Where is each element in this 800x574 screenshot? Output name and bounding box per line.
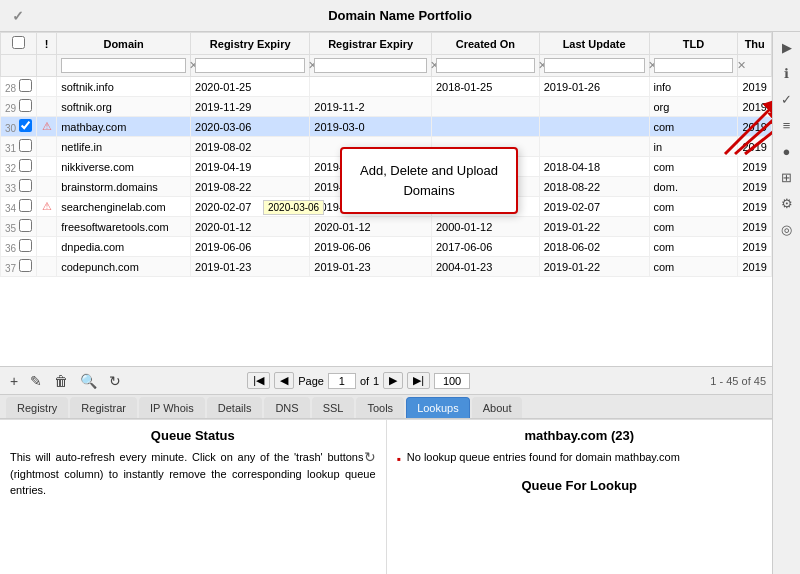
sidebar-icon-4[interactable]: ●: [776, 140, 798, 162]
sidebar-icon-1[interactable]: ℹ: [776, 62, 798, 84]
sidebar-icon-6[interactable]: ⚙: [776, 192, 798, 214]
row-created: 2017-06-06: [431, 237, 539, 257]
col-thu[interactable]: Thu: [738, 33, 772, 55]
table-row[interactable]: 29 softnik.org 2019-11-29 2019-11-2 org …: [1, 97, 772, 117]
tab-about[interactable]: About: [472, 397, 523, 418]
row-domain: searchenginelab.com: [57, 197, 191, 217]
table-area: ! Domain Registry Expiry Registrar Expir…: [0, 32, 772, 366]
row-domain: freesoftwaretools.com: [57, 217, 191, 237]
row-number: 29: [5, 103, 16, 114]
select-all-checkbox[interactable]: [12, 36, 25, 49]
row-cb: 30: [1, 117, 37, 137]
row-updated: 2019-02-07: [539, 197, 649, 217]
tab-tools[interactable]: Tools: [356, 397, 404, 418]
row-checkbox[interactable]: [19, 119, 32, 132]
page-title: Domain Name Portfolio: [328, 8, 472, 23]
row-checkbox[interactable]: [19, 159, 32, 172]
row-domain: mathbay.com: [57, 117, 191, 137]
row-warn: [37, 157, 57, 177]
tab-details[interactable]: Details: [207, 397, 263, 418]
table-row[interactable]: 35 freesoftwaretools.com 2020-01-12 2020…: [1, 217, 772, 237]
col-registrar-expiry[interactable]: Registrar Expiry: [310, 33, 432, 55]
row-count: 1 - 45 of 45: [710, 375, 766, 387]
table-row[interactable]: 37 codepunch.com 2019-01-23 2019-01-23 2…: [1, 257, 772, 277]
next-page-button[interactable]: ▶: [383, 372, 403, 389]
filter-created-input[interactable]: [436, 58, 535, 73]
table-row[interactable]: 30 ⚠ mathbay.com 2020-03-06 2019-03-0 co…: [1, 117, 772, 137]
add-button[interactable]: +: [6, 371, 22, 391]
col-registry-expiry[interactable]: Registry Expiry: [191, 33, 310, 55]
row-warn: [37, 177, 57, 197]
row-thu: 2019: [738, 157, 772, 177]
tab-dns[interactable]: DNS: [264, 397, 309, 418]
row-warn: [37, 217, 57, 237]
col-created-on[interactable]: Created On: [431, 33, 539, 55]
row-checkbox[interactable]: [19, 99, 32, 112]
pagination: |◀ ◀ Page of 1 ▶ ▶|: [247, 372, 470, 389]
last-page-button[interactable]: ▶|: [407, 372, 430, 389]
row-warn: [37, 137, 57, 157]
sidebar-icon-2[interactable]: ✓: [776, 88, 798, 110]
filter-domain: ✕: [57, 55, 191, 77]
page-input[interactable]: [328, 373, 356, 389]
edit-button[interactable]: ✎: [26, 371, 46, 391]
panel-left: Queue Status ↻ This will auto-refresh ev…: [0, 420, 387, 574]
row-checkbox[interactable]: [19, 139, 32, 152]
refresh-button[interactable]: ↻: [105, 371, 125, 391]
delete-button[interactable]: 🗑: [50, 371, 72, 391]
tab-ssl[interactable]: SSL: [312, 397, 355, 418]
row-created: [431, 117, 539, 137]
row-checkbox[interactable]: [19, 79, 32, 92]
row-warn: [37, 237, 57, 257]
of-label: of: [360, 375, 369, 387]
filter-tld-input[interactable]: [654, 58, 734, 73]
table-header-row: ! Domain Registry Expiry Registrar Expir…: [1, 33, 772, 55]
filter-registry-input[interactable]: [195, 58, 305, 73]
tab-ipwhois[interactable]: IP Whois: [139, 397, 205, 418]
row-domain: brainstorm.domains: [57, 177, 191, 197]
row-registrar-expiry: 2020-01-12: [310, 217, 432, 237]
title-bar: ✓ Domain Name Portfolio: [0, 0, 800, 32]
row-updated: [539, 97, 649, 117]
col-domain[interactable]: Domain: [57, 33, 191, 55]
tab-registry[interactable]: Registry: [6, 397, 68, 418]
row-registry-expiry: 2019-08-02: [191, 137, 310, 157]
row-thu: 2019: [738, 257, 772, 277]
first-page-button[interactable]: |◀: [247, 372, 270, 389]
table-row[interactable]: 36 dnpedia.com 2019-06-06 2019-06-06 201…: [1, 237, 772, 257]
tab-bar: RegistryRegistrarIP WhoisDetailsDNSSSLTo…: [0, 394, 772, 419]
row-checkbox[interactable]: [19, 179, 32, 192]
row-updated: 2018-08-22: [539, 177, 649, 197]
per-page-input[interactable]: [434, 373, 470, 389]
row-checkbox[interactable]: [19, 199, 32, 212]
row-checkbox[interactable]: [19, 239, 32, 252]
queue-refresh-button[interactable]: ↻: [364, 449, 376, 465]
table-row[interactable]: 28 softnik.info 2020-01-25 2018-01-25 20…: [1, 77, 772, 97]
filter-registrar-input[interactable]: [314, 58, 427, 73]
sidebar-icon-0[interactable]: ▶: [776, 36, 798, 58]
tab-lookups[interactable]: Lookups: [406, 397, 470, 418]
row-tld: com: [649, 217, 738, 237]
row-registry-expiry: 2019-11-29: [191, 97, 310, 117]
row-registrar-expiry: 2019-01-23: [310, 257, 432, 277]
filter-tld: ✕: [649, 55, 738, 77]
sidebar-icon-5[interactable]: ⊞: [776, 166, 798, 188]
sidebar-icon-7[interactable]: ◎: [776, 218, 798, 240]
filter-domain-input[interactable]: [61, 58, 186, 73]
col-last-update[interactable]: Last Update: [539, 33, 649, 55]
sidebar-icon-3[interactable]: ≡: [776, 114, 798, 136]
total-pages: 1: [373, 375, 379, 387]
row-domain: nikkiverse.com: [57, 157, 191, 177]
search-button[interactable]: 🔍: [76, 371, 101, 391]
queue-status-title: Queue Status: [10, 428, 376, 443]
col-tld[interactable]: TLD: [649, 33, 738, 55]
prev-page-button[interactable]: ◀: [274, 372, 294, 389]
filter-updated-input[interactable]: [544, 58, 645, 73]
row-checkbox[interactable]: [19, 219, 32, 232]
row-cb: 35: [1, 217, 37, 237]
row-thu: 2019: [738, 237, 772, 257]
row-tld: com: [649, 257, 738, 277]
date-tooltip: 2020-03-06: [263, 200, 324, 215]
tab-registrar[interactable]: Registrar: [70, 397, 137, 418]
row-checkbox[interactable]: [19, 259, 32, 272]
